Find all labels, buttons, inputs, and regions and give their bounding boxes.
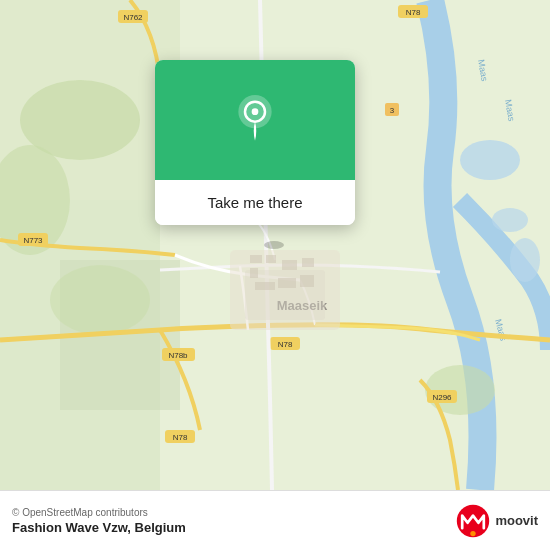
location-pin-icon bbox=[230, 95, 280, 145]
place-info: © OpenStreetMap contributors Fashion Wav… bbox=[12, 507, 186, 535]
svg-rect-36 bbox=[282, 260, 297, 270]
svg-rect-39 bbox=[278, 278, 296, 288]
svg-text:N78: N78 bbox=[173, 433, 188, 442]
svg-rect-35 bbox=[250, 268, 258, 278]
svg-point-9 bbox=[510, 238, 540, 282]
svg-rect-33 bbox=[250, 255, 262, 263]
svg-point-7 bbox=[460, 140, 520, 180]
osm-credit: © OpenStreetMap contributors bbox=[12, 507, 186, 518]
moovit-text: moovit bbox=[495, 513, 538, 528]
svg-rect-34 bbox=[266, 255, 276, 263]
moovit-icon bbox=[455, 503, 491, 539]
svg-text:N78: N78 bbox=[406, 8, 421, 17]
location-popup: Take me there bbox=[155, 60, 355, 225]
svg-point-8 bbox=[492, 208, 528, 232]
svg-point-41 bbox=[264, 241, 284, 249]
place-name: Fashion Wave Vzw, Belgium bbox=[12, 520, 186, 535]
popup-header bbox=[155, 60, 355, 180]
svg-text:N78: N78 bbox=[278, 340, 293, 349]
svg-text:3: 3 bbox=[390, 106, 395, 115]
svg-rect-40 bbox=[300, 275, 314, 287]
take-me-there-button[interactable]: Take me there bbox=[155, 180, 355, 225]
svg-text:N296: N296 bbox=[432, 393, 452, 402]
svg-point-44 bbox=[252, 108, 259, 115]
bottom-bar: © OpenStreetMap contributors Fashion Wav… bbox=[0, 490, 550, 550]
svg-rect-37 bbox=[302, 258, 314, 267]
svg-text:N762: N762 bbox=[123, 13, 143, 22]
svg-point-46 bbox=[471, 530, 476, 535]
svg-rect-38 bbox=[255, 282, 275, 290]
moovit-logo: moovit bbox=[455, 503, 538, 539]
map-view[interactable]: Maas Maas Maas N78 N78b N78 N762 N773 bbox=[0, 0, 550, 490]
svg-text:N773: N773 bbox=[23, 236, 43, 245]
svg-point-12 bbox=[50, 265, 150, 335]
svg-text:N78b: N78b bbox=[168, 351, 188, 360]
